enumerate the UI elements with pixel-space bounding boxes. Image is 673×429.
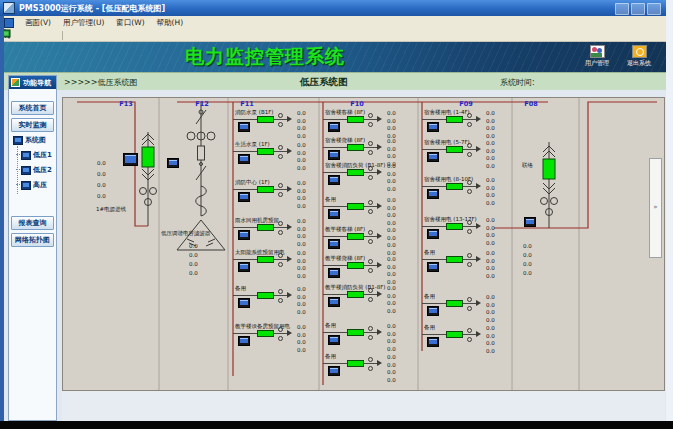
meter-icon[interactable] [328,366,340,376]
meter-icon[interactable] [123,153,138,166]
meter-icon[interactable] [427,337,439,347]
sidebar-section-monitoring: 实时监测 [11,118,54,132]
breaker-closed[interactable] [257,148,274,155]
tree-item-2[interactable]: 高压 [21,180,47,190]
meter-icon[interactable] [427,262,439,272]
ct-symbol [368,335,373,340]
feeder-value: 0.0 [297,286,306,292]
meter-icon[interactable] [167,158,179,168]
canvas-scrollbar[interactable]: » [649,158,662,258]
meter-icon[interactable] [238,262,250,272]
title-bar[interactable]: PMS3000运行系统 - [低压配电系统图] [0,0,666,16]
feeder-label: 备用 [424,324,435,331]
breaker-closed[interactable] [446,223,463,230]
meter-icon[interactable] [328,122,340,132]
meter-icon[interactable] [427,122,439,132]
meter-icon[interactable] [427,306,439,316]
breaker-closed[interactable] [446,116,463,123]
ct-symbol [467,328,472,333]
breaker-closed[interactable] [347,116,364,123]
breaker-closed[interactable] [257,186,274,193]
maximize-button[interactable] [631,3,645,15]
exit-system-button[interactable]: 退出系统 [622,45,656,68]
meter-icon[interactable] [238,230,250,240]
menu-item-3[interactable]: 帮助(H) [151,18,190,27]
minimize-button[interactable] [615,3,629,15]
meter-icon[interactable] [328,150,340,160]
breaker-closed[interactable] [347,169,364,176]
breaker-closed[interactable] [257,256,274,263]
sidebar-item-reports[interactable]: 报表查询 [11,216,54,230]
close-button[interactable] [647,3,661,15]
meter-icon[interactable] [328,297,340,307]
device-value: 0.0 [97,160,106,166]
device-label-F08: 联络 [522,162,533,169]
screen-node-icon [13,136,23,145]
meter-icon[interactable] [427,152,439,162]
ct-symbol [278,122,283,127]
feeder-value: 0.0 [297,180,306,186]
toolbar [0,29,666,42]
breaker-closed[interactable] [446,146,463,153]
zoom-out-icon[interactable] [18,30,29,40]
ct-symbol [467,262,472,267]
feeder-label: 宿舍楼用电 (13-17F) [424,216,477,223]
subheader-bar: >>>>>低压系统图 低压系统图 系统时间: [0,72,666,91]
diagram-canvas[interactable]: F131#电源进线0.00.00.00.0F12低压调谐电容滤波器0.00.00… [62,97,665,391]
meter-icon[interactable] [427,229,439,239]
meter-icon[interactable] [524,217,536,227]
menu-item-0[interactable]: 画面(V) [19,18,57,27]
breaker-closed[interactable] [347,360,364,367]
tree-item-0[interactable]: 低压1 [21,150,52,160]
breaker-closed[interactable] [257,330,274,337]
breaker-closed[interactable] [446,300,463,307]
breaker-closed[interactable] [347,291,364,298]
feeder-value: 0.0 [297,233,306,239]
meter-icon[interactable] [427,189,439,199]
meter-icon[interactable] [328,175,340,185]
sidebar-item-home[interactable]: 系统首页 [11,101,54,115]
breaker-closed[interactable] [347,144,364,151]
menu-item-1[interactable]: 用户管理(U) [57,18,110,27]
breaker-closed[interactable] [347,233,364,240]
feeder-label: 教学楼消防负荷 (B1-8F) [325,284,385,291]
breaker-closed[interactable] [257,292,274,299]
breaker-closed[interactable] [257,224,274,231]
breaker-closed[interactable] [257,116,274,123]
breaker-closed[interactable] [347,262,364,269]
tree-item-system-diagram[interactable]: 系统图 [13,135,46,145]
feeder-value: 0.0 [297,250,306,256]
menu-item-2[interactable]: 窗口(W) [110,18,150,27]
feeder-value: 0.0 [297,218,306,224]
feeder-value: 0.0 [387,163,396,169]
feeder-label: 备用 [424,249,435,256]
meter-icon[interactable] [328,209,340,219]
nav-header: 功能导航 [9,76,56,89]
user-management-button[interactable]: 用户管理 [580,45,614,68]
meter-icon[interactable] [328,239,340,249]
meter-icon[interactable] [238,154,250,164]
breaker-closed[interactable] [446,256,463,263]
screen-icon[interactable] [68,30,79,40]
breaker-closed[interactable] [347,203,364,210]
tree-item-1[interactable]: 低压2 [21,165,52,175]
breaker-closed[interactable] [347,329,364,336]
meter-icon[interactable] [238,122,250,132]
screen-node-icon [21,166,31,175]
meter-icon[interactable] [328,335,340,345]
meter-icon[interactable] [238,192,250,202]
feeder-label: 宿舍楼货梯 (8F) [325,137,365,144]
feeder-value: 0.0 [297,265,306,271]
ct-symbol [368,200,373,205]
pan-tool-icon[interactable] [46,30,57,40]
zoom-select-icon[interactable] [32,30,43,40]
breaker-closed[interactable] [446,331,463,338]
sidebar-item-topology[interactable]: 网络拓扑图 [11,233,54,247]
meter-icon[interactable] [328,268,340,278]
meter-icon[interactable] [238,298,250,308]
feeder-value: 0.0 [297,347,306,353]
ct-symbol [368,357,373,362]
meter-icon[interactable] [238,336,250,346]
breaker-closed[interactable] [446,183,463,190]
feeder-label: 备用 [235,285,246,292]
